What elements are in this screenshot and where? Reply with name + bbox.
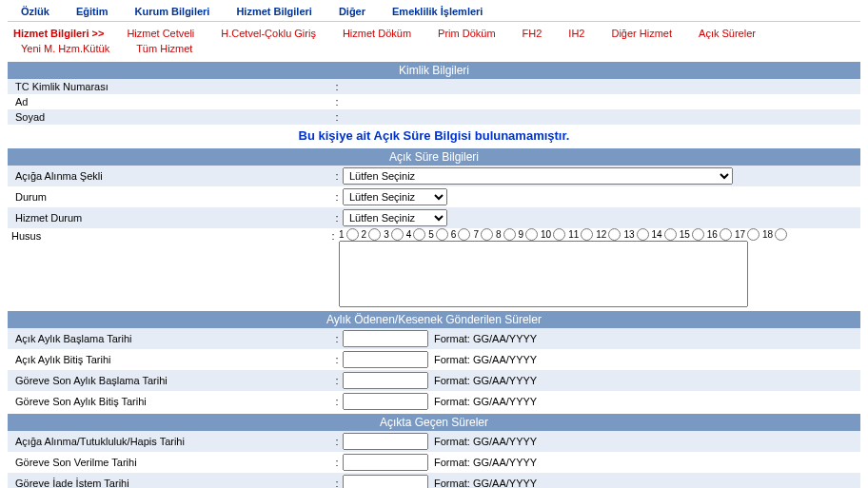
husus-radio-16[interactable]: 16 [707, 228, 732, 241]
aylik-bitis-input[interactable] [343, 351, 428, 368]
subtab-yeni[interactable]: Yeni M. Hzm.Kütük [8, 41, 123, 56]
tc-label: TC Kimlik Numarası [11, 81, 331, 92]
husus-radio-input-4[interactable] [413, 228, 425, 241]
husus-radio-input-15[interactable] [692, 228, 704, 241]
husus-radio-input-6[interactable] [458, 228, 470, 241]
subtab-dhizmet[interactable]: Diğer Hizmet [598, 26, 685, 41]
gson-baslama-input[interactable] [343, 372, 428, 389]
iade-istem-label: Göreve İade İstem Tarihi [11, 478, 331, 488]
husus-radio-7[interactable]: 7 [473, 228, 493, 241]
sub-tabs: Hizmet Bilgileri >> Hizmet Cetveli H.Cet… [8, 22, 860, 60]
husus-radio-input-16[interactable] [720, 228, 732, 241]
format-hint: Format: GG/AA/YYYY [434, 396, 537, 407]
gson-baslama-label: Göreve Son Aylık Başlama Tarihi [11, 375, 331, 386]
husus-radio-5[interactable]: 5 [428, 228, 448, 241]
husus-radio-15[interactable]: 15 [680, 228, 704, 241]
format-hint: Format: GG/AA/YYYY [434, 478, 537, 488]
subtab-acik[interactable]: Açık Süreler [685, 26, 769, 41]
husus-radio-input-8[interactable] [503, 228, 516, 241]
durum-select[interactable]: Lütfen Seçiniz [343, 188, 447, 205]
sekil-select[interactable]: Lütfen Seçiniz [343, 167, 733, 185]
section-acik: Açık Süre Bilgileri [8, 148, 860, 166]
tutukluluk-label: Açığa Alınma/Tutukluluk/Hapis Tarihi [11, 436, 331, 447]
husus-radio-input-7[interactable] [481, 228, 493, 241]
tab-egitim[interactable]: Eğitim [63, 4, 122, 19]
durum-label: Durum [11, 191, 331, 203]
subtab-ih2[interactable]: IH2 [555, 26, 598, 41]
husus-radio-input-1[interactable] [346, 228, 359, 241]
section-kimlik: Kimlik Bilgileri [8, 62, 860, 79]
husus-radio-input-11[interactable] [581, 228, 593, 241]
husus-radio-input-12[interactable] [608, 228, 621, 241]
format-hint: Format: GG/AA/YYYY [434, 375, 537, 386]
hdurum-select[interactable]: Lütfen Seçiniz [343, 209, 447, 226]
gson-bitis-input[interactable] [343, 393, 428, 410]
soyad-label: Soyad [11, 111, 331, 123]
husus-label: Husus [8, 228, 327, 242]
husus-radio-input-2[interactable] [368, 228, 381, 241]
subtab-prim[interactable]: Prim Döküm [424, 26, 509, 41]
husus-radio-input-3[interactable] [391, 228, 404, 241]
hdurum-label: Hizmet Durum [11, 212, 331, 224]
husus-radio-17[interactable]: 17 [735, 228, 760, 241]
subtab-cetvel[interactable]: Hizmet Cetveli [113, 26, 207, 41]
tab-emeklilik[interactable]: Emeklilik İşlemleri [379, 4, 496, 19]
husus-radio-3[interactable]: 3 [384, 228, 404, 241]
husus-radio-9[interactable]: 9 [519, 228, 539, 241]
gson-verilme-input[interactable] [343, 454, 428, 471]
husus-radio-2[interactable]: 2 [362, 228, 382, 241]
aylik-baslama-input[interactable] [343, 330, 428, 347]
subtab-prefix: Hizmet Bilgileri >> [8, 26, 113, 41]
ad-label: Ad [11, 96, 331, 107]
subtab-fh2[interactable]: FH2 [509, 26, 556, 41]
husus-radio-12[interactable]: 12 [596, 228, 621, 241]
husus-textarea[interactable] [339, 241, 748, 307]
tutukluluk-input[interactable] [343, 433, 428, 450]
husus-radio-input-10[interactable] [553, 228, 565, 241]
aylik-bitis-label: Açık Aylık Bitiş Tarihi [11, 354, 331, 365]
husus-radio-input-5[interactable] [436, 228, 448, 241]
husus-radio-input-14[interactable] [664, 228, 677, 241]
sekil-label: Açığa Alınma Şekli [11, 170, 331, 182]
aylik-baslama-label: Açık Aylık Başlama Tarihi [11, 333, 331, 344]
husus-radio-input-9[interactable] [525, 228, 538, 241]
tab-diger[interactable]: Diğer [326, 4, 379, 19]
main-tabs: Özlük Eğitim Kurum Bilgileri Hizmet Bilg… [8, 0, 860, 22]
husus-radio-input-13[interactable] [637, 228, 649, 241]
format-hint: Format: GG/AA/YYYY [434, 436, 537, 447]
husus-radio-8[interactable]: 8 [496, 228, 516, 241]
tab-ozluk[interactable]: Özlük [8, 4, 63, 19]
tab-kurum[interactable]: Kurum Bilgileri [122, 4, 224, 19]
format-hint: Format: GG/AA/YYYY [434, 354, 537, 365]
husus-radio-input-18[interactable] [775, 228, 787, 241]
section-gecen: Açıkta Geçen Süreler [8, 414, 860, 431]
husus-radios: 123456789101112131415161718 [339, 228, 860, 241]
husus-radio-1[interactable]: 1 [339, 228, 359, 241]
gson-bitis-label: Göreve Son Aylık Bitiş Tarihi [11, 396, 331, 407]
husus-radio-14[interactable]: 14 [652, 228, 677, 241]
format-hint: Format: GG/AA/YYYY [434, 457, 537, 468]
tab-hizmet[interactable]: Hizmet Bilgileri [223, 4, 325, 19]
husus-radio-18[interactable]: 18 [762, 228, 787, 241]
husus-radio-10[interactable]: 10 [541, 228, 565, 241]
husus-radio-input-17[interactable] [747, 228, 760, 241]
husus-radio-13[interactable]: 13 [623, 228, 648, 241]
iade-istem-input[interactable] [343, 475, 428, 488]
subtab-dokum[interactable]: Hizmet Döküm [329, 26, 424, 41]
husus-radio-11[interactable]: 11 [568, 228, 593, 241]
subtab-coklu[interactable]: H.Cetvel-Çoklu Giriş [207, 26, 329, 41]
section-aylik: Aylık Ödenen/Kesenek Gönderilen Süreler [8, 311, 860, 328]
warning-message: Bu kişiye ait Açık Süre Bilgisi bulunama… [8, 125, 860, 146]
subtab-tum[interactable]: Tüm Hizmet [123, 41, 206, 56]
gson-verilme-label: Göreve Son Verilme Tarihi [11, 457, 331, 468]
husus-radio-4[interactable]: 4 [406, 228, 426, 241]
format-hint: Format: GG/AA/YYYY [434, 333, 537, 344]
husus-radio-6[interactable]: 6 [451, 228, 471, 241]
